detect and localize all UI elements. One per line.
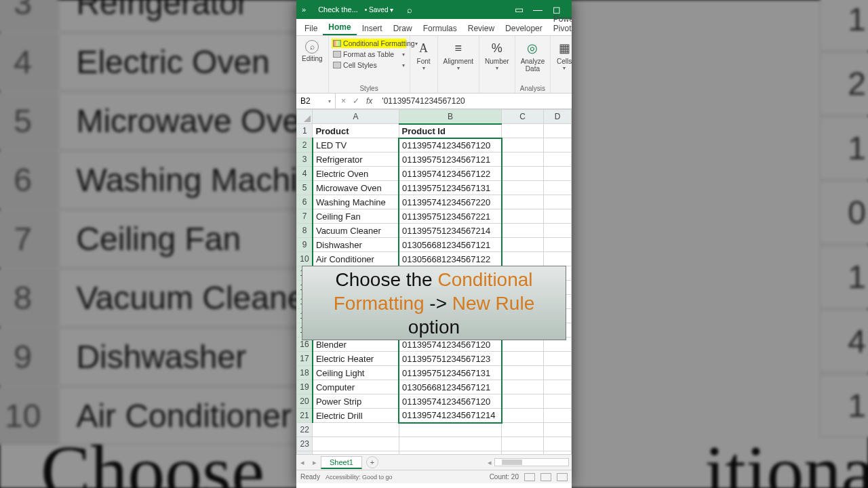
cell[interactable]: Air Conditioner [313, 252, 399, 266]
cell[interactable] [502, 167, 544, 181]
row-header[interactable]: 2 [297, 138, 313, 152]
cell[interactable]: Dishwasher [313, 238, 399, 252]
tab-power-pivot[interactable]: Power Pivot [548, 12, 572, 35]
fx-icon[interactable]: fx [366, 96, 372, 106]
cell[interactable] [502, 394, 544, 409]
alignment-button[interactable]: ≡ Alignment ▾ [442, 39, 475, 73]
format-as-table-button[interactable]: Format as Table ▾ [332, 49, 406, 59]
cell[interactable]: Refrigerator [313, 152, 399, 167]
name-box[interactable]: B2 ▾ [296, 94, 336, 108]
cell[interactable] [543, 252, 571, 266]
cell[interactable]: 011395741234567120 [399, 394, 502, 409]
row-header[interactable]: 22 [297, 423, 313, 437]
view-normal-icon[interactable] [524, 473, 535, 481]
tab-formulas[interactable]: Formulas [418, 21, 462, 35]
cancel-icon[interactable]: × [341, 96, 346, 106]
tab-developer[interactable]: Developer [500, 21, 548, 35]
cell[interactable] [543, 138, 571, 152]
cell[interactable]: Computer [313, 380, 399, 394]
cell[interactable]: Microwave Oven [313, 181, 399, 195]
cell[interactable] [502, 224, 544, 238]
cell[interactable]: 011395741234567122 [399, 167, 502, 181]
cell[interactable] [543, 152, 571, 167]
cell[interactable]: Product Id [399, 124, 502, 138]
cell[interactable] [313, 437, 399, 451]
row-header[interactable]: 5 [297, 181, 313, 195]
cell[interactable]: Vacuum Cleaner [313, 224, 399, 238]
row-header[interactable]: 8 [297, 224, 313, 238]
row-header[interactable]: 23 [297, 437, 313, 451]
horizontal-scrollbar[interactable] [494, 458, 569, 466]
search-icon[interactable]: ⌕ [407, 5, 412, 15]
cell[interactable]: 011395741234567220 [399, 195, 502, 209]
ribbon-mode-icon[interactable]: ▭ [509, 4, 528, 15]
sheet-nav-prev[interactable]: ◂ [296, 458, 309, 467]
cell[interactable] [543, 238, 571, 252]
add-sheet-button[interactable]: + [366, 456, 378, 468]
cell[interactable]: 011395751234567121 [399, 152, 502, 167]
tab-review[interactable]: Review [462, 21, 500, 35]
row-header[interactable]: 9 [297, 238, 313, 252]
col-header-d[interactable]: D [543, 110, 571, 124]
accept-icon[interactable]: ✓ [353, 96, 359, 106]
cell[interactable] [502, 380, 544, 394]
cell[interactable] [543, 423, 571, 437]
cell[interactable]: 013056681234567122 [399, 252, 502, 266]
col-header-c[interactable]: C [502, 110, 544, 124]
cell[interactable]: 011395751234567123 [399, 352, 502, 366]
row-header[interactable]: 24 [297, 451, 313, 455]
qat-more-icon[interactable]: » [302, 5, 306, 14]
view-break-icon[interactable] [557, 473, 568, 481]
analyze-data-button[interactable]: ◎ Analyze Data [519, 39, 547, 74]
cell[interactable] [502, 451, 544, 455]
formula-input[interactable]: '011395741234567120 [378, 96, 572, 106]
cell[interactable]: Ceiling Light [313, 366, 399, 380]
sheet-nav-next[interactable]: ▸ [309, 458, 321, 467]
cell[interactable] [502, 409, 544, 423]
cell[interactable] [502, 209, 544, 224]
row-header[interactable]: 21 [297, 409, 313, 423]
cell[interactable] [313, 451, 399, 455]
cell[interactable]: 011395751234567221 [399, 209, 502, 224]
conditional-formatting-button[interactable]: Conditional Formatting ▾ [332, 39, 406, 48]
row-header[interactable]: 4 [297, 167, 313, 181]
tab-insert[interactable]: Insert [357, 21, 388, 35]
cell[interactable] [502, 152, 544, 167]
cell[interactable]: LED TV [313, 138, 399, 152]
row-header[interactable]: 7 [297, 209, 313, 224]
cell[interactable] [502, 181, 544, 195]
cell[interactable] [502, 437, 544, 451]
select-all-corner[interactable] [297, 110, 313, 124]
cell[interactable] [502, 138, 544, 152]
row-header[interactable]: 19 [297, 380, 313, 394]
row-header[interactable]: 3 [297, 152, 313, 167]
tab-home[interactable]: Home [323, 20, 356, 35]
cell[interactable] [543, 394, 571, 409]
col-header-b[interactable]: B [399, 110, 502, 124]
cell[interactable] [502, 238, 544, 252]
cell[interactable] [399, 423, 502, 437]
cell[interactable] [502, 252, 544, 266]
sheet-tab-active[interactable]: Sheet1 [321, 456, 362, 469]
cell[interactable]: 0113957412345671214 [399, 409, 502, 423]
minimize-button[interactable]: — [528, 4, 547, 15]
cell[interactable] [502, 423, 544, 437]
cells-button[interactable]: ▦ Cells ▾ [555, 39, 572, 73]
cell[interactable]: Washing Machine [313, 195, 399, 209]
cell[interactable]: Electric Heater [313, 352, 399, 366]
cell[interactable] [543, 224, 571, 238]
number-button[interactable]: % Number ▾ [484, 39, 511, 73]
view-layout-icon[interactable] [540, 473, 551, 481]
row-header[interactable]: 17 [297, 352, 313, 366]
cell[interactable] [543, 409, 571, 423]
tab-draw[interactable]: Draw [388, 21, 418, 35]
cell[interactable] [543, 352, 571, 366]
cell[interactable]: Product [313, 124, 399, 138]
cell[interactable]: Electric Oven [313, 167, 399, 181]
cell[interactable]: 011395751234567214 [399, 224, 502, 238]
row-header[interactable]: 18 [297, 366, 313, 380]
cell[interactable]: 011395751234567131 [399, 181, 502, 195]
font-button[interactable]: A Font ▾ [414, 39, 433, 73]
editing-button[interactable]: ⌕ Editing [300, 39, 324, 64]
cell[interactable] [399, 451, 502, 455]
